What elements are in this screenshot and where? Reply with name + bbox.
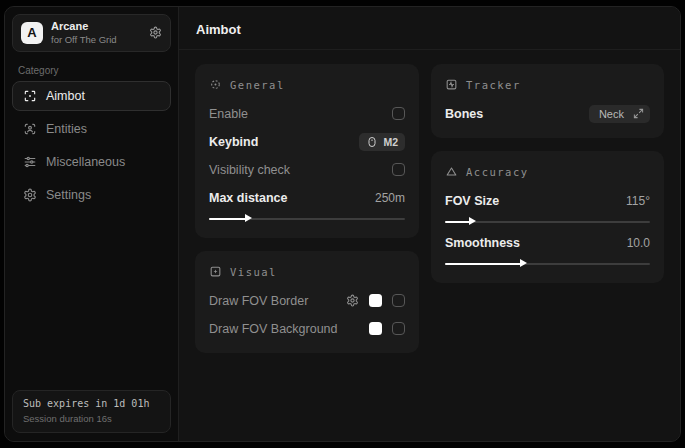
draw-fov-border-label: Draw FOV Border xyxy=(209,294,308,308)
slider-handle[interactable] xyxy=(520,259,527,267)
draw-fov-background-row: Draw FOV Background xyxy=(209,317,405,340)
draw-fov-background-checkbox[interactable] xyxy=(392,322,405,335)
max-distance-label: Max distance xyxy=(209,191,288,205)
brand-card: A Arcane for Off The Grid xyxy=(12,14,171,52)
visibility-check-row: Visibility check xyxy=(209,158,405,181)
sidebar-item-label: Miscellaneous xyxy=(46,155,125,169)
bones-select[interactable]: Neck xyxy=(589,105,650,123)
slider-handle[interactable] xyxy=(245,214,252,222)
card-title: Tracker xyxy=(466,79,521,91)
sidebar-item-miscellaneous[interactable]: Miscellaneous xyxy=(12,147,171,177)
sidebar-item-aimbot[interactable]: Aimbot xyxy=(12,81,171,111)
smoothness-row: Smoothness 10.0 xyxy=(445,231,650,254)
bones-label: Bones xyxy=(445,107,483,121)
fov-size-label: FOV Size xyxy=(445,194,499,208)
activity-icon xyxy=(445,78,458,91)
fov-border-color-swatch[interactable] xyxy=(369,294,382,307)
card-title: General xyxy=(230,79,285,91)
smoothness-slider[interactable] xyxy=(445,259,650,268)
content-grid: General Enable Keybind M2 xyxy=(179,50,680,367)
max-distance-slider[interactable] xyxy=(209,214,405,223)
max-distance-row: Max distance 250m xyxy=(209,186,405,209)
enable-label: Enable xyxy=(209,107,248,121)
draw-fov-border-checkbox[interactable] xyxy=(392,294,405,307)
accuracy-card: Accuracy FOV Size 115° Smoothness 10.0 xyxy=(431,151,664,283)
fov-size-row: FOV Size 115° xyxy=(445,189,650,212)
keybind-button[interactable]: M2 xyxy=(359,133,405,151)
visual-card: Visual Draw FOV Border Draw xyxy=(195,251,419,353)
max-distance-value: 250m xyxy=(375,191,405,205)
sidebar-item-entities[interactable]: Entities xyxy=(12,114,171,144)
keybind-label: Keybind xyxy=(209,135,258,149)
main-header: Aimbot xyxy=(179,7,680,50)
draw-fov-border-row: Draw FOV Border xyxy=(209,289,405,312)
sidebar-item-label: Settings xyxy=(46,188,91,202)
gear-icon[interactable] xyxy=(149,26,162,39)
keybind-row: Keybind M2 xyxy=(209,130,405,153)
gear-icon[interactable] xyxy=(346,294,359,307)
general-card: General Enable Keybind M2 xyxy=(195,64,419,238)
visibility-check-label: Visibility check xyxy=(209,163,290,177)
enable-row: Enable xyxy=(209,102,405,125)
crosshair-target-icon xyxy=(23,89,37,103)
fov-size-value: 115° xyxy=(626,194,650,208)
draw-fov-background-label: Draw FOV Background xyxy=(209,322,338,336)
smoothness-value: 10.0 xyxy=(627,236,650,250)
mouse-icon xyxy=(366,136,378,148)
subscription-expiry-text: Sub expires in 1d 01h xyxy=(23,398,160,409)
brand-subtitle: for Off The Grid xyxy=(51,34,117,46)
expand-icon xyxy=(633,108,644,119)
fov-background-color-swatch[interactable] xyxy=(369,322,382,335)
gear-icon xyxy=(23,188,37,202)
brand-name: Arcane xyxy=(51,20,117,34)
card-title: Accuracy xyxy=(466,166,529,178)
entities-scan-icon xyxy=(23,122,37,136)
sidebar-item-label: Entities xyxy=(46,122,87,136)
sidebar-item-label: Aimbot xyxy=(46,89,85,103)
subscription-status-card: Sub expires in 1d 01h Session duration 1… xyxy=(12,390,171,433)
visibility-check-checkbox[interactable] xyxy=(392,163,405,176)
session-duration-text: Session duration 16s xyxy=(23,413,160,424)
card-title: Visual xyxy=(230,266,277,278)
tracker-card: Tracker Bones Neck xyxy=(431,64,664,138)
app-window: A Arcane for Off The Grid Category Aimbo… xyxy=(4,6,681,442)
sidebar-item-settings[interactable]: Settings xyxy=(12,180,171,210)
image-sparkle-icon xyxy=(209,265,222,278)
sidebar: A Arcane for Off The Grid Category Aimbo… xyxy=(5,7,179,441)
smoothness-label: Smoothness xyxy=(445,236,520,250)
enable-checkbox[interactable] xyxy=(392,107,405,120)
angle-icon xyxy=(445,165,458,178)
main-panel: Aimbot General Enable xyxy=(179,7,680,441)
bones-row: Bones Neck xyxy=(445,102,650,125)
fov-size-slider[interactable] xyxy=(445,217,650,226)
brand-logo: A xyxy=(21,22,43,44)
keybind-value: M2 xyxy=(383,136,398,148)
page-title: Aimbot xyxy=(196,22,241,37)
bones-selected-value: Neck xyxy=(599,108,624,120)
category-label: Category xyxy=(18,65,165,76)
slider-handle[interactable] xyxy=(469,217,476,225)
crosshair-icon xyxy=(209,78,222,91)
sliders-icon xyxy=(23,155,37,169)
